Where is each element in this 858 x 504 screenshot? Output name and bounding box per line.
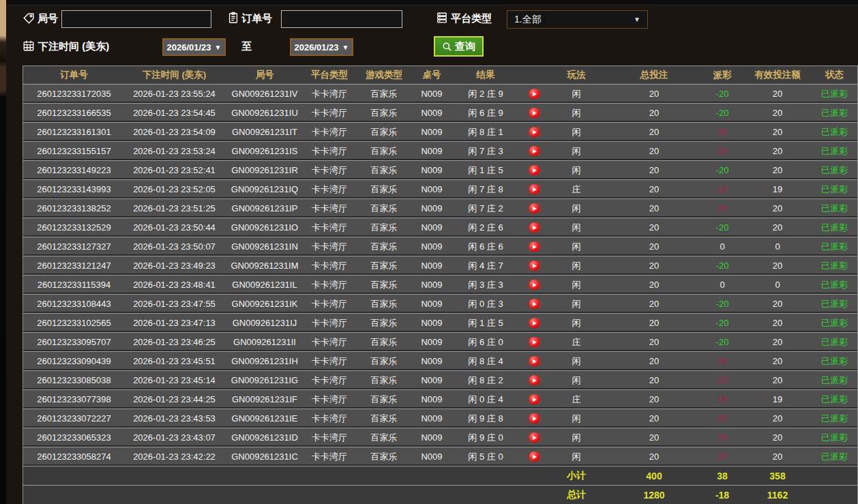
table-row: 260123233058274 2026-01-23 23:42:22 GN00… xyxy=(23,447,857,466)
calendar-icon xyxy=(23,40,35,52)
cell-total-bet: 20 xyxy=(607,127,701,137)
cell-valid-bet: 19 xyxy=(743,184,812,194)
play-icon[interactable] xyxy=(529,451,539,462)
cell-round-no: GN009261231IS xyxy=(224,146,306,156)
cell-play: 庄 xyxy=(546,336,607,349)
play-icon[interactable] xyxy=(529,318,539,328)
order-no-input[interactable] xyxy=(281,10,402,28)
cell-game-type: 百家乐 xyxy=(353,126,415,138)
cell-table-no: N009 xyxy=(415,432,449,443)
platform-type-select[interactable]: 1.全部 ▼ xyxy=(507,10,648,29)
cell-bet-time: 2026-01-23 23:47:13 xyxy=(125,318,224,328)
cell-payout: 20 xyxy=(701,127,743,137)
cell-game-type: 百家乐 xyxy=(353,107,415,119)
cell-platform: 卡卡湾厅 xyxy=(306,203,353,215)
date-from-select[interactable]: 2026/01/23 ▼ xyxy=(162,38,226,56)
cell-result: 闲 0 庄 4 xyxy=(449,394,522,406)
cell-game-type: 百家乐 xyxy=(353,241,415,253)
cell-play: 闲 xyxy=(546,260,607,272)
cell-bet-time: 2026-01-23 23:49:23 xyxy=(125,261,224,271)
cell-payout: 19 xyxy=(701,184,743,194)
search-button[interactable]: 查询 xyxy=(434,36,484,57)
cell-status: 已派彩 xyxy=(812,298,857,310)
cell-payout: 0 xyxy=(701,241,743,252)
cell-bet-time: 2026-01-23 23:54:09 xyxy=(125,127,224,137)
cell-status: 已派彩 xyxy=(812,260,857,272)
play-icon[interactable] xyxy=(529,184,539,194)
cell-valid-bet: 0 xyxy=(743,241,812,252)
play-icon[interactable] xyxy=(529,89,539,99)
cell-bet-time: 2026-01-23 23:54:45 xyxy=(125,108,224,118)
cell-platform: 卡卡湾厅 xyxy=(306,336,353,349)
cell-table-no: N009 xyxy=(415,165,449,175)
cell-status: 已派彩 xyxy=(812,145,857,158)
round-no-input[interactable] xyxy=(61,10,211,28)
cell-payout: 19 xyxy=(701,394,743,404)
play-icon[interactable] xyxy=(529,375,539,385)
cell-table-no: N009 xyxy=(415,375,449,385)
bet-records-table: 订单号 下注时间 (美东) 局号 平台类型 游戏类型 桌号 结果 玩法 总投注 … xyxy=(23,65,858,504)
cell-valid-bet: 19 xyxy=(743,394,812,404)
cell-table-no: N009 xyxy=(415,356,449,366)
magnifier-icon xyxy=(442,42,452,52)
cell-table-no: N009 xyxy=(415,241,449,252)
cell-order-id: 260123233138252 xyxy=(23,203,125,213)
cell-platform: 卡卡湾厅 xyxy=(306,241,353,253)
cell-payout: 20 xyxy=(701,203,743,213)
cell-order-id: 260123233065323 xyxy=(23,432,125,443)
cell-status: 已派彩 xyxy=(812,336,857,349)
play-icon[interactable] xyxy=(529,394,539,404)
cell-valid-bet: 20 xyxy=(743,165,812,175)
cell-total-bet: 20 xyxy=(607,318,701,328)
cell-total-bet: 20 xyxy=(607,203,701,213)
table-row: 260123233095707 2026-01-23 23:46:25 GN00… xyxy=(23,333,857,352)
play-icon[interactable] xyxy=(529,356,539,366)
play-icon[interactable] xyxy=(529,108,539,118)
cell-payout: -20 xyxy=(701,337,743,347)
cell-table-no: N009 xyxy=(415,280,449,290)
play-icon[interactable] xyxy=(529,127,539,137)
cell-result: 闲 6 庄 9 xyxy=(449,107,522,119)
platform-type-value: 1.全部 xyxy=(514,14,542,26)
cell-bet-time: 2026-01-23 23:45:51 xyxy=(125,356,224,366)
cell-table-no: N009 xyxy=(415,222,449,233)
cell-payout: -20 xyxy=(701,222,743,233)
cell-game-type: 百家乐 xyxy=(353,317,415,329)
play-icon[interactable] xyxy=(529,337,539,347)
cell-result: 闲 1 庄 5 xyxy=(449,317,522,329)
date-to-select[interactable]: 2026/01/23 ▼ xyxy=(290,38,353,56)
cell-round-no: GN009261231IF xyxy=(224,394,306,404)
table-row: 260123233085038 2026-01-23 23:45:14 GN00… xyxy=(23,371,857,390)
cell-status: 已派彩 xyxy=(812,451,857,463)
cell-result: 闲 8 庄 1 xyxy=(449,126,522,138)
cell-valid-bet: 20 xyxy=(743,261,812,271)
cell-play: 庄 xyxy=(546,183,607,196)
filter-bar: 局号 订单号 平台类型 1.全部 ▼ 下注时间 (美东) 2026/01/23 … xyxy=(0,0,858,65)
cell-table-no: N009 xyxy=(415,451,449,462)
cell-play: 闲 xyxy=(546,317,607,329)
play-icon[interactable] xyxy=(529,203,539,213)
table-row: 260123233143993 2026-01-23 23:52:05 GN00… xyxy=(23,180,857,199)
subtotal-label: 小计 xyxy=(546,470,607,482)
cell-bet-time: 2026-01-23 23:44:25 xyxy=(125,394,224,404)
play-icon[interactable] xyxy=(529,432,539,443)
play-icon[interactable] xyxy=(529,241,539,252)
play-icon[interactable] xyxy=(529,146,539,156)
cell-table-no: N009 xyxy=(415,203,449,213)
chevron-down-icon: ▼ xyxy=(342,44,349,51)
cell-valid-bet: 20 xyxy=(743,337,812,347)
cell-round-no: GN009261231IK xyxy=(224,299,306,309)
table-row: 260123233132529 2026-01-23 23:50:44 GN00… xyxy=(23,218,857,237)
play-icon[interactable] xyxy=(529,222,539,233)
play-icon[interactable] xyxy=(529,261,539,271)
cell-result: 闲 6 庄 6 xyxy=(449,241,522,253)
header-order-id: 订单号 xyxy=(23,69,125,81)
play-icon[interactable] xyxy=(529,280,539,290)
cell-platform: 卡卡湾厅 xyxy=(306,126,353,138)
play-icon[interactable] xyxy=(529,413,539,424)
cell-table-no: N009 xyxy=(415,394,449,404)
play-icon[interactable] xyxy=(529,299,539,309)
cell-table-no: N009 xyxy=(415,127,449,137)
play-icon[interactable] xyxy=(529,165,539,175)
cell-valid-bet: 20 xyxy=(743,222,812,233)
